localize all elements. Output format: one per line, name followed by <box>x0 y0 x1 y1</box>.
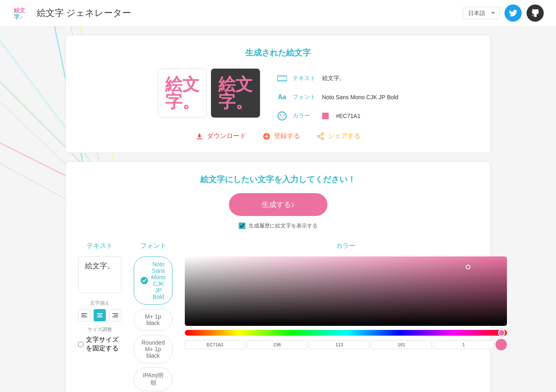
color-preview-circle <box>495 339 507 350</box>
editor-card: 絵文字にしたい文字を入力してください！ 生成する♪ 生成履歴に絵文字を表示する … <box>65 161 491 392</box>
text-input[interactable]: 絵文字。 <box>78 256 121 293</box>
emoji-previews: 絵文字。 絵文字。 <box>158 69 260 118</box>
size-label: サイズ調整 <box>78 326 121 333</box>
language-select[interactable]: 日本語English <box>463 7 500 19</box>
svg-rect-11 <box>277 76 287 81</box>
svg-point-14 <box>283 114 285 116</box>
main-content: 生成された絵文字 絵文字。 絵文字。 テキスト 絵 <box>53 27 503 392</box>
a-input[interactable] <box>433 340 494 349</box>
font-name-2: Rounded M+ 1p black <box>141 339 165 359</box>
align-label: 文字揃え <box>78 300 121 307</box>
font-label: フォント <box>293 94 317 101</box>
r-input[interactable] <box>247 340 307 349</box>
github-icon <box>531 9 540 18</box>
fix-size-label: 文字サイズを固定する <box>86 336 121 353</box>
color-col-title: カラー <box>185 242 507 250</box>
logo-icon: 絵文 字♪ <box>12 3 32 23</box>
color-values-row <box>185 339 507 350</box>
svg-point-19 <box>322 138 324 140</box>
emoji-text-dark: 絵文字。 <box>218 76 253 110</box>
align-left-button[interactable] <box>78 309 90 321</box>
font-list: Noto Sans Mono CJK JP Bold M+ 1p black R… <box>134 256 173 392</box>
align-center-button[interactable] <box>94 309 106 321</box>
color-icon <box>276 110 288 122</box>
download-button[interactable]: ダウンロード <box>195 132 246 140</box>
g-input[interactable] <box>309 340 370 349</box>
svg-point-13 <box>280 114 281 116</box>
size-checkbox-row: 文字サイズを固定する <box>78 336 121 353</box>
font-name-1: M+ 1p black <box>145 313 161 326</box>
color-swatch <box>322 113 329 119</box>
hue-thumb <box>498 329 505 336</box>
font-name-3: IPAmj明朝 <box>143 372 163 386</box>
preview-info: テキスト 絵文字。 Aa フォント Noto Sans Mono CJK JP … <box>276 69 399 122</box>
font-col-title: フォント <box>134 242 173 250</box>
github-button[interactable] <box>527 4 544 22</box>
twitter-button[interactable] <box>504 4 522 22</box>
font-item-2[interactable]: Rounded M+ 1p black <box>134 335 173 363</box>
register-label: 登録する <box>274 132 300 140</box>
twitter-icon <box>509 9 518 18</box>
preview-content: 絵文字。 絵文字。 テキスト 絵文字。 <box>78 69 478 122</box>
emoji-text-white: 絵文字。 <box>165 76 200 110</box>
info-row-text: テキスト 絵文字。 <box>276 73 399 84</box>
generate-button[interactable]: 生成する♪ <box>229 193 327 216</box>
register-icon <box>262 132 271 140</box>
color-value: #EC71A1 <box>336 113 361 119</box>
share-icon <box>316 132 325 140</box>
font-item-1[interactable]: M+ 1p black <box>134 309 173 331</box>
b-input[interactable] <box>371 340 432 349</box>
show-history-label: 生成履歴に絵文字を表示する <box>249 222 318 229</box>
download-label: ダウンロード <box>207 132 246 140</box>
header-left: 絵文 字♪ 絵文字 ジェネレーター <box>12 3 131 23</box>
font-item-3[interactable]: IPAmj明朝 <box>134 368 173 391</box>
color-label: カラー <box>293 112 317 120</box>
color-picker-gradient[interactable] <box>185 256 507 326</box>
header-right: 日本語English <box>463 4 544 22</box>
font-name-0: Noto Sans Mono CJK JP Bold <box>151 261 166 300</box>
color-picker-dot[interactable] <box>466 265 471 270</box>
show-history-checkbox[interactable] <box>239 223 245 229</box>
font-column: フォント Noto Sans Mono CJK JP Bold M+ 1p bl… <box>134 242 173 392</box>
font-value: Noto Sans Mono CJK JP Bold <box>322 94 399 100</box>
svg-point-15 <box>281 117 283 118</box>
text-value: 絵文字。 <box>322 75 345 82</box>
text-icon <box>276 73 288 84</box>
font-icon: Aa <box>276 91 288 103</box>
svg-text:字♪: 字♪ <box>14 13 22 20</box>
download-icon <box>195 132 204 140</box>
hue-slider[interactable] <box>185 330 507 336</box>
svg-point-18 <box>318 135 320 137</box>
text-label: テキスト <box>293 75 317 82</box>
align-right-button[interactable] <box>109 309 121 321</box>
editor-columns: テキスト 絵文字。 文字揃え <box>78 242 478 392</box>
text-col-title: テキスト <box>78 242 121 250</box>
emoji-preview-dark: 絵文字。 <box>211 69 260 118</box>
preview-title: 生成された絵文字 <box>78 47 478 58</box>
svg-point-17 <box>322 133 324 135</box>
checkbox-row: 生成履歴に絵文字を表示する <box>78 222 478 229</box>
fix-size-checkbox[interactable] <box>78 342 83 347</box>
action-buttons: ダウンロード 登録する シェアする <box>78 132 478 140</box>
hex-input[interactable] <box>185 340 245 349</box>
text-column: テキスト 絵文字。 文字揃え <box>78 242 121 392</box>
svg-line-21 <box>319 134 322 136</box>
svg-line-20 <box>319 137 322 138</box>
svg-point-12 <box>278 112 286 120</box>
info-row-color: カラー #EC71A1 <box>276 110 399 122</box>
header: 絵文 字♪ 絵文字 ジェネレーター 日本語English <box>0 0 556 27</box>
emoji-preview-white: 絵文字。 <box>158 69 207 118</box>
svg-text:絵文: 絵文 <box>13 7 25 13</box>
register-button[interactable]: 登録する <box>262 132 300 140</box>
preview-card: 生成された絵文字 絵文字。 絵文字。 テキスト 絵 <box>65 35 491 153</box>
share-label: シェアする <box>328 132 361 140</box>
editor-title: 絵文字にしたい文字を入力してください！ <box>78 174 478 185</box>
share-button[interactable]: シェアする <box>316 132 361 140</box>
font-check-icon <box>141 277 148 284</box>
info-row-font: Aa フォント Noto Sans Mono CJK JP Bold <box>276 91 399 103</box>
color-column: カラー <box>185 242 507 392</box>
align-buttons <box>78 309 121 321</box>
app-title: 絵文字 ジェネレーター <box>37 7 131 19</box>
font-item-0[interactable]: Noto Sans Mono CJK JP Bold <box>134 256 173 305</box>
